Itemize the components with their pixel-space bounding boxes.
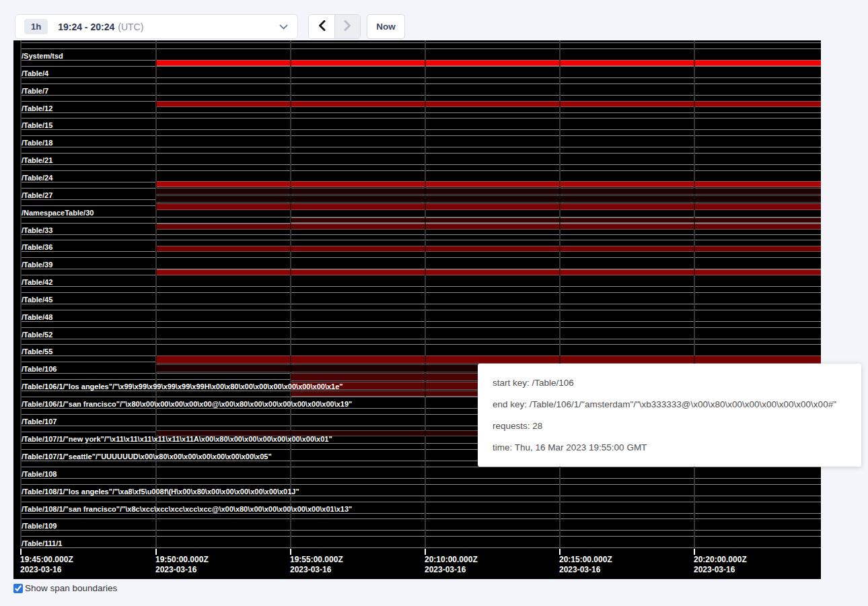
span-boundary-line [20,478,821,479]
span-boundary-line [20,484,821,485]
tooltip-end-key: end key: /Table/106/1/"amsterdam"/"\xb33… [493,399,846,409]
show-span-boundaries-label: Show span boundaries [25,583,117,593]
row-key-label: /Table/21 [22,156,52,165]
row-key-label: /Table/107/1/"seattle"/"UUUUUUD\x00\x80\… [22,452,272,461]
span-boundary-line [20,257,821,258]
tooltip-start-key: start key: /Table/106 [493,378,846,388]
row-key-label: /Table/15 [22,121,52,130]
heat-band[interactable] [156,181,821,187]
span-boundary-line [20,129,821,130]
tooltip-requests: requests: 28 [493,421,846,431]
row-key-label: /Table/106/1/"san francisco"/"\x80\x00\x… [22,400,352,409]
axis-tick [20,549,22,555]
span-boundary-line [20,83,821,84]
heat-band[interactable] [156,188,821,195]
span-boundary-line [20,42,821,43]
span-boundary-line [20,304,821,304]
row-key-label: /Table/108/1/"los angeles"/"\xa8\xf5\u00… [22,487,299,496]
axis-date: 2023-03-16 [155,565,209,575]
time-gridline-overlay [694,40,695,549]
span-boundary-line [20,234,821,235]
now-button[interactable]: Now [367,14,405,39]
time-gridline-overlay [559,40,560,549]
axis-tick-label: 19:50:00.000Z2023-03-16 [155,555,209,575]
row-key-label: /Table/106 [22,365,57,374]
row-key-label: /Table/45 [22,296,52,304]
row-key-label: /Table/42 [22,278,52,287]
span-boundary-line [20,286,821,287]
span-boundary-line [20,536,821,537]
span-boundary-line [20,240,821,240]
axis-date: 2023-03-16 [425,565,478,575]
next-time-button[interactable] [334,15,360,38]
axis-time: 20:15:00.000Z [559,555,612,565]
row-key-label: /Table/108/1/"san francisco"/"\x8c\xcc\x… [22,505,352,514]
heat-band[interactable] [156,356,821,364]
span-boundary-line [20,518,821,519]
span-boundary-line [20,530,821,531]
row-key-label: /Table/27 [22,191,52,200]
heat-band[interactable] [156,60,821,66]
row-key-label: /Table/108 [22,470,57,479]
axis-time: 20:20:00.000Z [694,555,747,565]
footer: Show span boundaries [13,583,117,593]
chevron-down-icon [279,24,288,30]
span-boundary-line [20,344,821,345]
axis-tick-label: 20:15:00.000Z2023-03-16 [559,555,612,575]
span-boundary-line [20,153,821,154]
row-key-label: /Table/7 [22,87,48,96]
heat-band[interactable] [156,101,821,107]
span-boundary-line [20,112,821,113]
time-gridline-overlay [290,40,291,549]
span-boundary-line [20,321,821,322]
axis-tick [559,549,560,555]
axis-tick [290,549,291,555]
axis-date: 2023-03-16 [559,565,612,575]
chevron-right-icon [344,20,351,33]
span-boundary-line [20,170,821,171]
row-key-label: /Table/106/1/"los angeles"/"\x99\x99\x99… [22,382,343,391]
duration-badge: 1h [24,19,48,34]
axis-time: 19:50:00.000Z [155,555,209,565]
time-range-dropdown[interactable]: 1h 19:24 - 20:24 (UTC) [15,14,298,39]
time-gridline-overlay [155,40,157,549]
axis-tick [425,549,426,555]
tooltip-time: time: Thu, 16 Mar 2023 19:55:00 GMT [493,442,846,452]
axis-tick-label: 20:10:00.000Z2023-03-16 [425,555,478,575]
row-key-label: /Table/55 [22,347,52,356]
span-boundary-line [20,77,821,78]
row-key-label: /Table/39 [22,261,52,269]
key-visualizer-canvas[interactable]: /System/tsd/Table/4/Table/7/Table/12/Tab… [13,40,821,579]
span-boundary-line [20,135,821,136]
row-key-label: /System/tsd [22,52,63,61]
row-key-label: /Table/107/1/"new york"/"\x11\x11\x11\x1… [22,435,332,444]
span-boundary-line [20,327,821,328]
heat-band[interactable] [156,224,821,230]
prev-time-button[interactable] [309,15,334,38]
heat-band[interactable] [156,269,821,275]
chevron-left-icon [318,20,326,33]
axis-tick-label: 20:20:00.000Z2023-03-16 [694,555,747,575]
heat-band[interactable] [291,217,821,223]
span-boundary-line [20,95,821,96]
time-range-text: 19:24 - 20:24 [58,22,114,32]
row-key-label: /Table/48 [22,313,52,322]
axis-tick-label: 19:55:00.000Z2023-03-16 [290,555,343,575]
span-boundary-line [20,118,821,119]
span-boundary-line [20,547,821,548]
span-boundary-line [20,310,821,310]
row-key-label: /Table/36 [22,243,52,252]
bucket-tooltip: start key: /Table/106 end key: /Table/10… [478,364,861,467]
row-key-label: /Table/111/1 [22,539,62,548]
axis-time: 20:10:00.000Z [425,555,478,565]
row-key-label: /Table/24 [22,174,52,182]
toolbar: 1h 19:24 - 20:24 (UTC) Now [0,0,868,40]
heat-band[interactable] [156,195,821,203]
span-boundary-line [20,467,821,467]
row-key-label: /Table/52 [22,331,52,339]
span-boundary-line [20,339,821,339]
heat-band[interactable] [156,203,821,210]
heat-band[interactable] [156,246,821,252]
row-key-label: /Table/107 [22,417,57,426]
show-span-boundaries-checkbox[interactable] [13,584,23,593]
